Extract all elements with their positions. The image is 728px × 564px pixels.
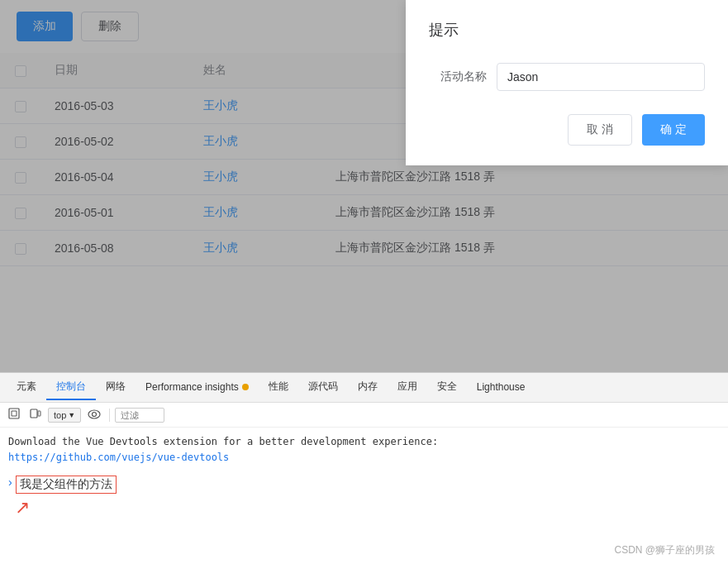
devtools-tab-安全[interactable]: 安全 bbox=[427, 375, 467, 400]
csdn-watermark: CSDN @狮子座的男孩 bbox=[614, 543, 715, 557]
console-line-1: Download the Vue Devtools extension for … bbox=[8, 434, 720, 450]
svg-rect-2 bbox=[38, 411, 40, 416]
performance-badge-icon bbox=[242, 384, 249, 390]
devtools-tab-应用[interactable]: 应用 bbox=[388, 375, 427, 400]
chevron-right-icon: › bbox=[8, 476, 12, 489]
red-arrow-area: ↗ bbox=[0, 497, 728, 519]
eye-icon[interactable] bbox=[84, 407, 104, 423]
highlighted-text: 我是父组件的方法 bbox=[16, 476, 117, 494]
cancel-button[interactable]: 取 消 bbox=[568, 114, 632, 146]
context-label: top bbox=[54, 410, 66, 420]
svg-point-4 bbox=[93, 412, 97, 416]
console-line-2: https://github.com/vuejs/vue-devtools bbox=[8, 450, 720, 466]
context-selector[interactable]: top ▼ bbox=[48, 408, 81, 423]
devtools-tab-源代码[interactable]: 源代码 bbox=[298, 375, 348, 400]
inspect-icon[interactable] bbox=[5, 406, 23, 423]
main-area: 添加 删除 日期 姓名 2016-05-03 王小虎 bbox=[0, 0, 728, 372]
modal-dialog: 提示 活动名称 取 消 确 定 bbox=[406, 0, 728, 165]
devtools-content: Download the Vue Devtools extension for … bbox=[0, 428, 728, 472]
highlighted-area: › 我是父组件的方法 bbox=[0, 472, 728, 497]
modal-label: 活动名称 bbox=[429, 69, 487, 84]
dropdown-arrow-icon: ▼ bbox=[68, 411, 75, 419]
devtools-tab-元素[interactable]: 元素 bbox=[7, 375, 46, 400]
modal-buttons: 取 消 确 定 bbox=[429, 114, 705, 146]
devtools-link[interactable]: https://github.com/vuejs/vue-devtools bbox=[8, 452, 229, 463]
modal-form-row: 活动名称 bbox=[429, 63, 705, 91]
devtools-tabs-bar: 元素控制台网络Performance insights性能源代码内存应用安全Li… bbox=[0, 373, 728, 403]
filter-input[interactable] bbox=[115, 408, 164, 423]
modal-title: 提示 bbox=[429, 20, 705, 40]
devtools-tab-lighthouse[interactable]: Lighthouse bbox=[467, 376, 535, 399]
devtools-tab-性能[interactable]: 性能 bbox=[259, 375, 298, 400]
device-toggle-icon[interactable] bbox=[26, 406, 45, 423]
red-arrow-icon: ↗ bbox=[15, 497, 30, 519]
devtools-tab-控制台[interactable]: 控制台 bbox=[46, 375, 96, 400]
devtools-toolbar: top ▼ bbox=[0, 403, 728, 428]
svg-rect-0 bbox=[9, 409, 19, 418]
devtools-tab-performance-insights[interactable]: Performance insights bbox=[136, 376, 259, 399]
svg-rect-1 bbox=[31, 409, 37, 418]
devtools-tab-内存[interactable]: 内存 bbox=[348, 375, 388, 400]
divider-1 bbox=[109, 409, 110, 422]
confirm-button[interactable]: 确 定 bbox=[642, 114, 705, 146]
devtools-panel: 元素控制台网络Performance insights性能源代码内存应用安全Li… bbox=[0, 372, 728, 564]
svg-point-3 bbox=[88, 410, 100, 418]
devtools-tab-网络[interactable]: 网络 bbox=[96, 375, 136, 400]
activity-name-input[interactable] bbox=[497, 63, 705, 91]
